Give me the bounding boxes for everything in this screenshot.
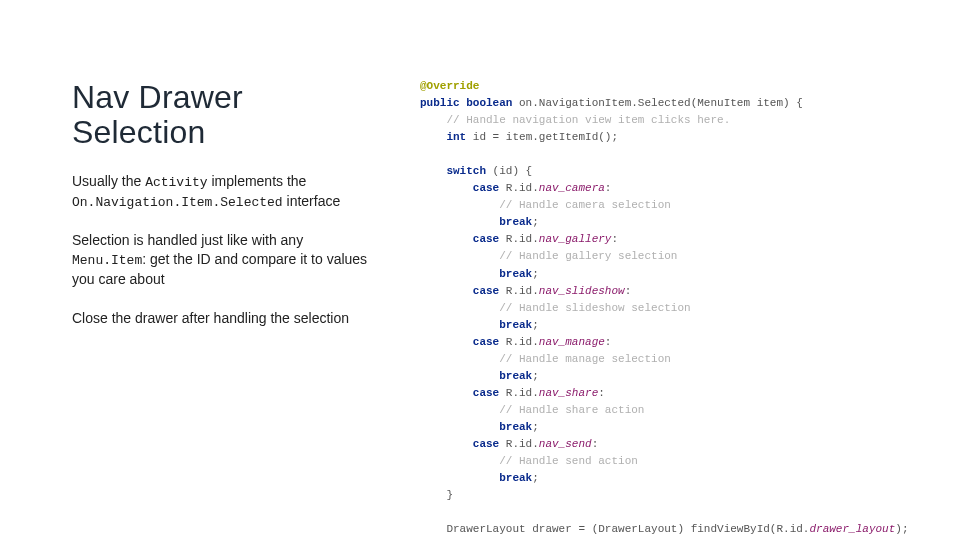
code-keyword: break	[420, 319, 532, 331]
code-text: :	[598, 387, 605, 399]
code-field: nav_slideshow	[539, 285, 625, 297]
code-keyword: break	[420, 421, 532, 433]
code-comment: // Handle send action	[420, 455, 638, 467]
code-keyword: case	[420, 387, 499, 399]
code-field: nav_send	[539, 438, 592, 450]
code-text: ;	[532, 370, 539, 382]
code-text: ;	[532, 216, 539, 228]
text-column: Nav Drawer Selection Usually the Activit…	[0, 0, 410, 540]
code-comment: // Handle share action	[420, 404, 644, 416]
code-keyword: break	[420, 216, 532, 228]
code-text: :	[592, 438, 599, 450]
code-block: @Override public boolean on.NavigationIt…	[410, 0, 960, 540]
code-text: R.id.	[499, 233, 539, 245]
code-keyword: switch	[420, 165, 486, 177]
code-text: ;	[532, 319, 539, 331]
code-inline-menuitem: Menu.Item	[72, 253, 142, 268]
code-comment: // Handle gallery selection	[420, 250, 677, 262]
code-text: R.id.	[499, 387, 539, 399]
code-keyword: boolean	[460, 97, 513, 109]
code-keyword: case	[420, 285, 499, 297]
code-text: (id) {	[486, 165, 532, 177]
code-keyword: break	[420, 370, 532, 382]
text: Selection is handled just like with any	[72, 232, 303, 248]
code-text: :	[605, 182, 612, 194]
code-comment: // Handle slideshow selection	[420, 302, 691, 314]
code-keyword: break	[420, 268, 532, 280]
code-text: :	[625, 285, 632, 297]
code-keyword: break	[420, 472, 532, 484]
code-comment: // Handle manage selection	[420, 353, 671, 365]
text: implements the	[208, 173, 307, 189]
code-field: nav_manage	[539, 336, 605, 348]
para-1: Usually the Activity implements the On.N…	[72, 172, 376, 211]
code-text: ;	[532, 421, 539, 433]
text: Usually the	[72, 173, 145, 189]
code-text: R.id.	[499, 182, 539, 194]
code-field: nav_camera	[539, 182, 605, 194]
code-field: nav_gallery	[539, 233, 612, 245]
code-keyword: case	[420, 438, 499, 450]
para-3: Close the drawer after handling the sele…	[72, 309, 376, 328]
slide-title: Nav Drawer Selection	[72, 80, 376, 150]
code-text: );	[895, 523, 908, 535]
code-keyword: int	[420, 131, 466, 143]
code-text: :	[605, 336, 612, 348]
code-text: DrawerLayout drawer = (DrawerLayout) fin…	[420, 523, 809, 535]
para-2: Selection is handled just like with any …	[72, 231, 376, 288]
code-text: :	[611, 233, 618, 245]
code-comment: // Handle navigation view item clicks he…	[420, 114, 730, 126]
code-text: ;	[532, 268, 539, 280]
code-text: R.id.	[499, 336, 539, 348]
code-text: R.id.	[499, 285, 539, 297]
slide: Nav Drawer Selection Usually the Activit…	[0, 0, 960, 540]
code-text: id = item.getItemId();	[466, 131, 618, 143]
code-inline-activity: Activity	[145, 175, 207, 190]
code-field: nav_share	[539, 387, 598, 399]
code-inline-interface: On.Navigation.Item.Selected	[72, 195, 283, 210]
code-keyword: public	[420, 97, 460, 109]
code-comment: // Handle camera selection	[420, 199, 671, 211]
code-text: }	[420, 489, 453, 501]
code-text: ;	[532, 472, 539, 484]
code-keyword: case	[420, 182, 499, 194]
code-annotation: @Override	[420, 80, 479, 92]
code-field: drawer_layout	[809, 523, 895, 535]
code-text: on.NavigationItem.Selected(MenuItem item…	[512, 97, 802, 109]
text: interface	[283, 193, 341, 209]
code-text: R.id.	[499, 438, 539, 450]
code-keyword: case	[420, 233, 499, 245]
code-keyword: case	[420, 336, 499, 348]
